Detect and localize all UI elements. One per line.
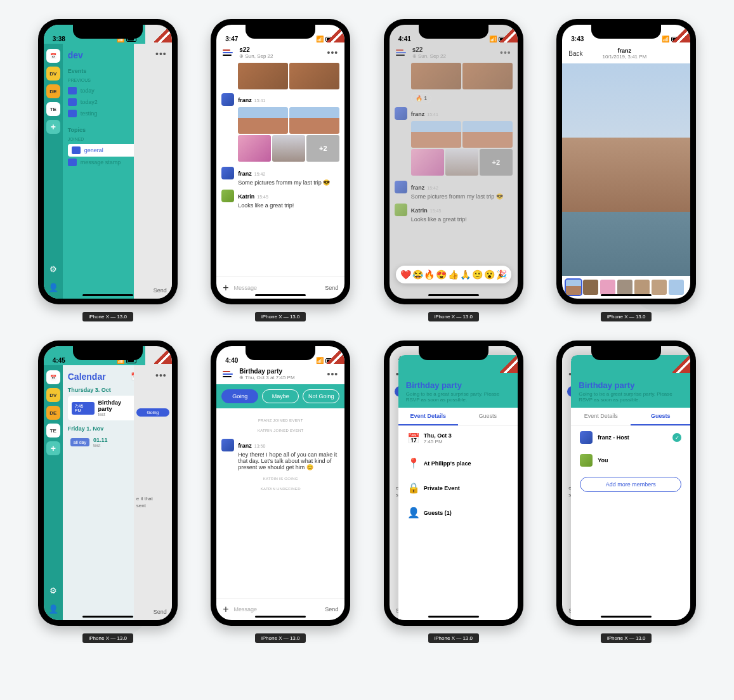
react-fire[interactable]: 🔥 — [424, 269, 435, 280]
thumb[interactable] — [634, 280, 650, 295]
tab-guests[interactable]: Guests — [458, 408, 518, 425]
photo-thumb[interactable] — [411, 121, 461, 148]
home-indicator[interactable] — [82, 294, 133, 296]
system-message: KATRIN UNDEFINED — [221, 487, 339, 491]
home-indicator[interactable] — [428, 616, 479, 618]
guest-row[interactable]: franz - Host ✓ — [571, 426, 690, 449]
home-indicator[interactable] — [601, 616, 652, 618]
react-pray[interactable]: 🙏 — [460, 269, 471, 280]
photo-thumb[interactable] — [411, 149, 444, 176]
more-button[interactable]: ••• — [327, 48, 339, 58]
photo-thumb[interactable] — [272, 135, 305, 162]
more-button[interactable]: ••• — [155, 365, 172, 380]
photo-thumb[interactable] — [238, 63, 288, 89]
tab-details[interactable]: Event Details — [571, 408, 631, 425]
topic-item-general[interactable]: general — [68, 144, 140, 157]
send-button[interactable]: Send — [325, 606, 338, 612]
react-smile[interactable]: 🙂 — [472, 269, 483, 280]
avatar-katrin[interactable] — [395, 204, 407, 216]
more-button[interactable]: ••• — [155, 44, 172, 59]
guest-row[interactable]: You — [571, 449, 690, 472]
thumb[interactable] — [652, 280, 667, 295]
attach-button[interactable]: + — [223, 282, 228, 294]
message: franz13:50 Hey there! I hope all of you … — [221, 439, 339, 470]
profile-icon[interactable]: 👤 — [48, 604, 58, 614]
avatar-katrin[interactable] — [221, 190, 234, 202]
tab-guests[interactable]: Guests — [631, 408, 690, 425]
react-heart[interactable]: ❤️ — [400, 269, 411, 280]
home-indicator[interactable] — [601, 294, 652, 296]
photo-thumb[interactable] — [462, 63, 513, 89]
detail-date: 📅 Thu, Oct 37:45 PM — [398, 426, 518, 451]
reaction-pill[interactable]: 🔥 1 — [411, 93, 432, 103]
home-indicator[interactable] — [255, 294, 306, 296]
settings-icon[interactable]: ⚙ — [49, 264, 57, 274]
photo-more[interactable]: +2 — [306, 135, 339, 162]
photo-thumb[interactable] — [462, 121, 513, 148]
rsvp-maybe[interactable]: Maybe — [262, 389, 299, 403]
menu-icon[interactable] — [223, 371, 234, 377]
event-item[interactable]: testing — [68, 108, 140, 119]
avatar-franz[interactable] — [395, 107, 407, 120]
attach-button[interactable]: + — [223, 604, 228, 615]
back-button[interactable]: Back — [568, 50, 582, 57]
avatar-franz[interactable] — [395, 181, 407, 193]
react-laugh[interactable]: 😂 — [412, 269, 423, 280]
photo-thumb[interactable] — [289, 107, 339, 134]
react-hearteyes[interactable]: 😍 — [436, 269, 447, 280]
topic-item[interactable]: message stamp — [68, 157, 140, 168]
more-button[interactable]: ••• — [327, 369, 339, 379]
settings-icon[interactable]: ⚙ — [49, 586, 57, 595]
thumb[interactable] — [566, 280, 581, 295]
message-input[interactable]: Message — [234, 606, 320, 612]
message-input[interactable]: Message — [234, 285, 320, 291]
add-workspace-button[interactable]: + — [46, 441, 60, 455]
profile-icon[interactable]: 👤 — [48, 283, 58, 292]
home-indicator[interactable] — [428, 294, 479, 296]
event-item[interactable]: today2 — [68, 96, 140, 108]
react-party[interactable]: 🎉 — [496, 269, 507, 280]
avatar-franz[interactable] — [221, 93, 234, 106]
tab-details[interactable]: Event Details — [398, 408, 458, 425]
detail-guests[interactable]: 👤 Guests (1) — [398, 500, 518, 525]
event-item[interactable]: today — [68, 85, 140, 96]
event-card[interactable]: 7:45 PM Birthday partytest — [68, 396, 140, 420]
more-button[interactable]: ••• — [500, 48, 511, 58]
send-button[interactable]: Send — [134, 282, 172, 299]
workspace-te[interactable]: TE — [46, 102, 60, 116]
photo-thumb[interactable] — [445, 149, 478, 176]
photo-thumb[interactable] — [238, 135, 271, 162]
menu-icon[interactable] — [396, 49, 407, 56]
photo-viewer[interactable] — [562, 63, 690, 276]
rsvp-going[interactable]: Going — [221, 389, 258, 403]
photo-more[interactable]: +2 — [480, 149, 513, 176]
location-icon: 📍 — [407, 457, 417, 469]
react-wow[interactable]: 😮 — [484, 269, 495, 280]
calendar-icon[interactable]: 📅 — [46, 49, 60, 63]
sheet-description: Going to be a great surprise party. Plea… — [579, 391, 683, 403]
photo-thumb[interactable] — [238, 107, 288, 134]
calendar-icon[interactable]: 📅 — [46, 370, 60, 384]
workspace-de[interactable]: DE — [46, 84, 60, 98]
avatar-franz[interactable] — [221, 167, 234, 179]
rsvp-notgoing[interactable]: Not Going — [303, 389, 339, 403]
thumb[interactable] — [669, 280, 684, 295]
workspace-de[interactable]: DE — [46, 406, 60, 420]
home-indicator[interactable] — [255, 616, 306, 618]
workspace-te[interactable]: TE — [46, 424, 60, 438]
send-button[interactable]: Send — [134, 604, 172, 620]
workspace-dv[interactable]: DV — [46, 67, 60, 81]
thumb[interactable] — [617, 280, 632, 295]
add-members-button[interactable]: Add more members — [580, 477, 681, 492]
thumb[interactable] — [583, 280, 598, 295]
photo-thumb[interactable] — [289, 63, 339, 89]
home-indicator[interactable] — [82, 616, 133, 618]
menu-icon[interactable] — [223, 49, 234, 56]
photo-thumb[interactable] — [411, 63, 461, 89]
add-workspace-button[interactable]: + — [46, 120, 60, 134]
workspace-dv[interactable]: DV — [46, 388, 60, 402]
thumb[interactable] — [600, 280, 615, 295]
send-button[interactable]: Send — [325, 285, 338, 291]
avatar-franz[interactable] — [221, 439, 234, 451]
react-thumbsup[interactable]: 👍 — [448, 269, 459, 280]
